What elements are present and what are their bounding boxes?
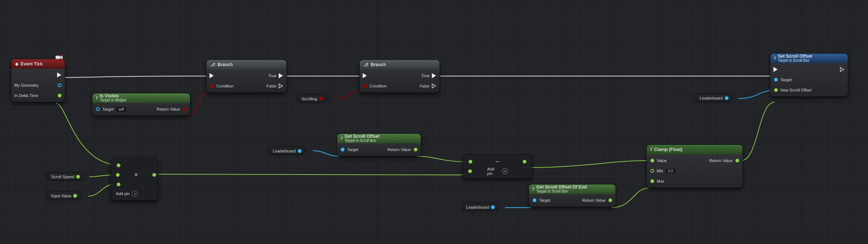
add-pin-button[interactable]: Add pin + bbox=[116, 191, 153, 197]
node-event-tick[interactable]: ◆ Event Tick My Geometry In Delta Time bbox=[11, 59, 65, 102]
svg-marker-10 bbox=[774, 67, 777, 71]
pin-label: Target bbox=[780, 78, 792, 82]
output-pin[interactable] bbox=[57, 93, 62, 98]
wire-layer bbox=[0, 0, 868, 244]
node-subtract[interactable]: − Add pin + bbox=[462, 154, 532, 179]
pin-label: Target bbox=[539, 198, 550, 202]
exec-in-pin[interactable] bbox=[363, 73, 367, 78]
node-multiply[interactable]: × Add pin + bbox=[110, 158, 158, 201]
node-clamp-float[interactable]: f Clamp (Float) Value Return Value Min 0… bbox=[646, 144, 743, 188]
variable-get-leaderboard[interactable]: Leaderboard bbox=[696, 94, 732, 102]
pin-label: Target bbox=[102, 107, 114, 111]
output-pin[interactable] bbox=[724, 96, 729, 100]
node-header: f Clamp (Float) bbox=[647, 145, 742, 154]
pin-label: Condition bbox=[370, 84, 387, 88]
exec-out-pin[interactable] bbox=[279, 73, 283, 78]
input-pin[interactable] bbox=[116, 163, 121, 168]
node-title: Clamp (Float) bbox=[654, 147, 682, 152]
variable-get-leaderboard[interactable]: Leaderboard bbox=[269, 147, 305, 155]
node-branch[interactable]: ⎇ Branch True Condition False bbox=[359, 60, 440, 93]
output-pin[interactable] bbox=[75, 174, 80, 179]
pin-label: Return Value bbox=[157, 107, 180, 111]
output-pin[interactable] bbox=[318, 96, 323, 101]
output-pin[interactable] bbox=[490, 205, 495, 209]
function-icon: f bbox=[774, 56, 776, 61]
exec-out-pin[interactable] bbox=[279, 84, 283, 89]
input-pin[interactable] bbox=[650, 169, 654, 173]
add-pin-button[interactable]: Add pin + bbox=[487, 167, 508, 176]
function-icon: f bbox=[650, 147, 652, 152]
chip-label: Scroll Speed bbox=[51, 175, 74, 179]
input-pin[interactable] bbox=[116, 173, 120, 177]
pin-label: New Scroll Offset bbox=[780, 88, 812, 92]
pin-default-value[interactable]: 0.0 bbox=[666, 168, 676, 174]
pin-label: Value bbox=[657, 158, 667, 163]
pin-default-value[interactable]: self bbox=[116, 107, 127, 112]
input-pin[interactable] bbox=[468, 159, 473, 164]
svg-marker-5 bbox=[279, 73, 282, 78]
node-get-scroll-offset-end[interactable]: f Get Scroll Offset Of End Target is Scr… bbox=[529, 184, 616, 207]
exec-out-pin[interactable] bbox=[432, 73, 437, 78]
node-header: ⎇ Branch bbox=[207, 60, 286, 69]
pin-label: Return Value bbox=[582, 198, 606, 202]
node-header: f Get Scroll Offset Target is Scroll Box bbox=[337, 134, 421, 143]
output-pin[interactable] bbox=[522, 159, 527, 164]
exec-in-pin[interactable] bbox=[209, 73, 214, 78]
output-pin[interactable] bbox=[608, 198, 613, 203]
node-title: Branch bbox=[371, 62, 386, 67]
input-pin[interactable] bbox=[650, 158, 654, 163]
event-icon: ◆ bbox=[15, 61, 18, 67]
input-pin[interactable] bbox=[468, 169, 472, 174]
variable-get-scroll-speed[interactable]: Scroll Speed bbox=[47, 173, 84, 180]
input-pin[interactable] bbox=[363, 84, 367, 89]
output-pin[interactable] bbox=[152, 173, 156, 177]
node-title: Is Visible bbox=[100, 94, 126, 98]
exec-out-pin[interactable] bbox=[432, 84, 437, 89]
svg-marker-4 bbox=[210, 73, 213, 78]
blueprint-canvas[interactable]: ◆ Event Tick My Geometry In Delta Time f… bbox=[0, 0, 868, 244]
input-pin[interactable] bbox=[650, 179, 654, 184]
plus-icon: + bbox=[502, 168, 508, 174]
pin-label: In Delta Time bbox=[14, 93, 38, 98]
node-subtitle: Target is Scroll Box bbox=[536, 189, 587, 194]
exec-in-pin[interactable] bbox=[773, 67, 778, 72]
output-pin[interactable] bbox=[413, 147, 418, 152]
breakpoint-camera-icon bbox=[55, 54, 63, 60]
variable-get-scrolling[interactable]: Scrolling bbox=[297, 95, 327, 103]
chip-label: Leaderboard bbox=[466, 205, 489, 209]
variable-get-input-value[interactable]: Input Value bbox=[47, 192, 81, 200]
node-header: f Is Visible Target is Widget bbox=[92, 93, 190, 103]
input-pin[interactable] bbox=[773, 78, 778, 82]
node-set-scroll-offset[interactable]: f Set Scroll Offset Target is Scroll Box… bbox=[770, 53, 848, 97]
node-get-scroll-offset[interactable]: f Get Scroll Offset Target is Scroll Box… bbox=[337, 133, 421, 156]
subtract-operator-icon: − bbox=[495, 158, 499, 165]
output-pin[interactable] bbox=[57, 83, 62, 88]
input-pin[interactable] bbox=[95, 107, 100, 112]
output-pin[interactable] bbox=[735, 158, 740, 163]
output-pin[interactable] bbox=[73, 193, 78, 198]
node-title: Event Tick bbox=[21, 61, 43, 67]
svg-rect-1 bbox=[56, 55, 60, 59]
pin-label: True bbox=[421, 73, 430, 78]
chip-label: Leaderboard bbox=[700, 96, 723, 100]
pin-label: Condition bbox=[216, 84, 233, 88]
input-pin[interactable] bbox=[340, 147, 345, 152]
svg-marker-8 bbox=[432, 73, 435, 78]
node-is-visible[interactable]: f Is Visible Target is Widget Target sel… bbox=[92, 93, 190, 116]
output-pin[interactable] bbox=[182, 107, 187, 112]
function-icon: f bbox=[533, 187, 534, 192]
exec-out-pin[interactable] bbox=[840, 67, 845, 72]
input-pin[interactable] bbox=[209, 84, 214, 89]
output-pin[interactable] bbox=[297, 148, 302, 153]
branch-icon: ⎇ bbox=[363, 62, 368, 67]
node-subtitle: Target is Scroll Box bbox=[778, 58, 812, 63]
svg-marker-0 bbox=[57, 73, 61, 77]
chip-label: Leaderboard bbox=[273, 149, 296, 153]
pin-label: Target bbox=[347, 147, 359, 152]
exec-out-pin[interactable] bbox=[57, 73, 62, 78]
variable-get-leaderboard[interactable]: Leaderboard bbox=[462, 203, 498, 211]
input-pin[interactable] bbox=[532, 198, 537, 203]
input-pin[interactable] bbox=[773, 88, 778, 93]
input-pin[interactable] bbox=[116, 182, 121, 187]
node-branch[interactable]: ⎇ Branch True Condition False bbox=[206, 60, 287, 93]
